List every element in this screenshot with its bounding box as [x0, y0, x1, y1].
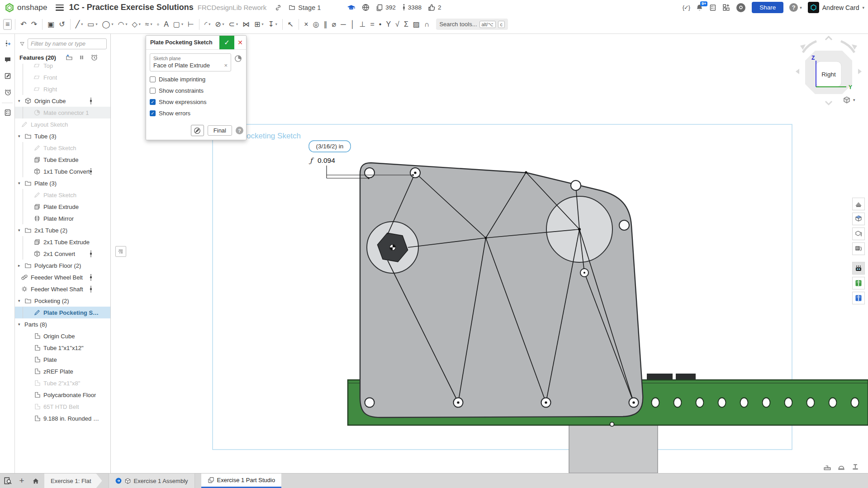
tool-vertical-button[interactable]: │ — [349, 19, 357, 29]
checkbox-disable-imprinting[interactable]: Disable imprinting — [150, 76, 242, 83]
tree-item-origin-cube[interactable]: ▾Origin Cube — [15, 95, 110, 107]
tool-transform-button[interactable]: ↖ — [286, 19, 295, 29]
tool-feature-list-button[interactable]: ≡ — [3, 19, 12, 30]
tree-caret-icon[interactable]: ▾ — [18, 298, 24, 303]
learning-cap-icon[interactable] — [347, 4, 356, 11]
filter-input[interactable] — [28, 38, 107, 49]
like-icon[interactable]: 2 — [428, 4, 441, 11]
tree-item-polycarbonate-floor[interactable]: Polycarbonate Floor — [15, 389, 110, 401]
view-mode-dropdown[interactable]: ▾ — [842, 96, 855, 104]
tree-item-tube-3[interactable]: ▾Tube (3) — [15, 130, 110, 142]
tool-spline-button[interactable]: ≈▾ — [143, 19, 154, 29]
tool-polygon-button[interactable]: ◇▾ — [130, 19, 142, 29]
tree-item-layout-sketch[interactable]: Layout Sketch — [15, 118, 110, 130]
tree-caret-icon[interactable]: ▾ — [18, 181, 24, 185]
tree-item-right[interactable]: Right — [15, 83, 110, 95]
tree-item-tube-sketch[interactable]: Tube Sketch — [15, 142, 110, 154]
mate-connector-dots-icon[interactable] — [89, 274, 93, 281]
checkbox-show-expressions[interactable]: ✓Show expressions — [150, 99, 242, 105]
tree-item-pocketing-2[interactable]: ▾Pocketing (2) — [15, 295, 110, 307]
final-button[interactable]: Final — [208, 125, 232, 136]
tool-midpoint-button[interactable]: • — [377, 19, 384, 29]
tool-dimension-button[interactable]: ⊢ — [186, 19, 196, 29]
checkbox-show-constraints[interactable]: Show constraints — [150, 87, 242, 94]
home-tab-icon[interactable] — [28, 474, 43, 488]
tree-item-plate-mirror[interactable]: Plate Mirror — [15, 213, 110, 224]
tree-item-plate-sketch[interactable]: Plate Sketch — [15, 189, 110, 201]
rotate-view-icon[interactable] — [852, 227, 865, 240]
green-library-icon[interactable] — [852, 277, 865, 289]
tree-item-9-188-in-rounded-hex[interactable]: 9.188 in. Rounded Hex... — [15, 412, 110, 424]
edit-document-icon[interactable] — [0, 69, 15, 83]
tool-tangent-button[interactable]: ⌀ — [330, 19, 338, 29]
tool-arc-button[interactable]: ◠▾ — [116, 19, 129, 29]
checkbox-box[interactable]: ✓ — [150, 99, 156, 105]
tree-item-plate-extrude[interactable]: Plate Extrude — [15, 201, 110, 213]
tree-item-2x1-convert[interactable]: 2x1 Convert — [15, 248, 110, 260]
tab-search-icon[interactable] — [0, 474, 15, 488]
public-globe-icon[interactable] — [362, 4, 370, 11]
accept-button[interactable]: ✓ — [219, 36, 234, 49]
tool-perpendicular-button[interactable]: ⊥ — [358, 19, 368, 29]
share-button[interactable]: Share — [752, 2, 783, 13]
checklist-icon[interactable] — [0, 106, 15, 119]
view-cube-grid-icon[interactable] — [852, 213, 865, 225]
tree-caret-icon[interactable]: ▾ — [18, 322, 24, 327]
history-icon[interactable] — [0, 85, 15, 99]
apps-icon[interactable] — [722, 4, 730, 11]
add-folder-icon[interactable] — [66, 54, 73, 61]
versions-add-icon[interactable] — [0, 37, 15, 50]
tree-item-plate-3[interactable]: ▾Plate (3) — [15, 177, 110, 189]
copies-icon[interactable]: 392 — [376, 4, 396, 11]
tool-horizontal-button[interactable]: ─ — [339, 19, 347, 29]
tab-exercise-1-part-studio[interactable]: Exercise 1 Part Studio — [201, 474, 282, 488]
mate-connector-dots-icon[interactable] — [89, 97, 93, 104]
tool-mirror-button[interactable]: ⋈ — [241, 19, 251, 29]
tool-revolve-button[interactable]: ↺ — [57, 19, 66, 29]
tool-fillet-button[interactable]: ◜▾ — [203, 19, 212, 29]
checkbox-box[interactable]: ✓ — [150, 110, 156, 116]
tool-extrude-button[interactable]: ▣ — [46, 19, 56, 29]
rotate-ccw-arrow[interactable] — [803, 41, 816, 52]
tool-construction-button[interactable]: ▨ — [411, 19, 422, 29]
tree-item-feeeder-wheel-belt[interactable]: Feeeder Wheel Belt — [15, 271, 110, 283]
feature-list-handle[interactable] — [115, 246, 126, 257]
folder-icon[interactable]: Stage 1 — [288, 4, 321, 11]
blue-library-icon[interactable] — [852, 292, 865, 304]
named-views-icon[interactable] — [852, 242, 865, 255]
mate-connector-icon[interactable] — [234, 54, 242, 63]
tool-undo-button[interactable]: ↶ — [19, 19, 28, 29]
tab-exercise-1-flat[interactable]: Exercise 1: Flat — [44, 474, 102, 488]
tree-item-2x1-tube-extrude[interactable]: 2x1 Tube Extrude — [15, 236, 110, 248]
tool-normal-button[interactable]: √ — [394, 19, 401, 29]
tree-item-polycarb-floor-2[interactable]: ▸Polycarb Floor (2) — [15, 260, 110, 271]
tool-redo-button[interactable]: ↷ — [29, 19, 39, 29]
rotate-up-arrow[interactable] — [825, 37, 832, 40]
tree-caret-icon[interactable]: ▾ — [18, 134, 24, 138]
rotate-down-arrow[interactable] — [825, 101, 832, 104]
rotate-cw-arrow[interactable] — [841, 41, 854, 52]
rotate-right-arrow[interactable] — [858, 69, 862, 74]
mate-connector-dots-icon[interactable] — [89, 250, 93, 257]
tool-curvature-button[interactable]: ∩ — [422, 19, 432, 29]
tree-item-mate-connector-1[interactable]: Mate connector 1 — [15, 107, 110, 118]
tree-item-plate-pocketing-sket[interactable]: Plate Pocketing Sket... — [15, 307, 110, 318]
rollback-icon[interactable] — [90, 54, 98, 61]
suppress-icon[interactable] — [79, 54, 85, 61]
tree-item-2x1-tube-2[interactable]: ▾2x1 Tube (2) — [15, 224, 110, 236]
tree-item-1x1-tube-convert[interactable]: 1x1 Tube Convert — [15, 166, 110, 177]
comment-icon[interactable] — [0, 53, 15, 66]
checkbox-show-errors[interactable]: ✓Show errors — [150, 110, 242, 117]
tab-exercise-1-assembly[interactable]: Exercise 1 Assembly — [109, 474, 195, 488]
ai-assistant-icon[interactable] — [736, 3, 746, 13]
mate-connector-dots-icon[interactable] — [89, 168, 93, 175]
tree-item-zref-plate[interactable]: zREF Plate — [15, 365, 110, 377]
sketch-plane-field[interactable]: Sketch plane Face of Plate Extrude × — [150, 53, 231, 71]
tree-caret-icon[interactable]: ▸ — [18, 263, 24, 268]
tool-pierce-button[interactable]: Y — [384, 19, 393, 29]
onshape-logo[interactable]: onshape — [5, 3, 47, 13]
tree-caret-icon[interactable]: ▾ — [18, 99, 24, 103]
tree-item-tube-1-x1-x12[interactable]: Tube 1"x1"x12" — [15, 342, 110, 354]
dialog-help-icon[interactable]: ? — [236, 127, 243, 134]
cancel-button[interactable]: ✕ — [234, 36, 246, 49]
